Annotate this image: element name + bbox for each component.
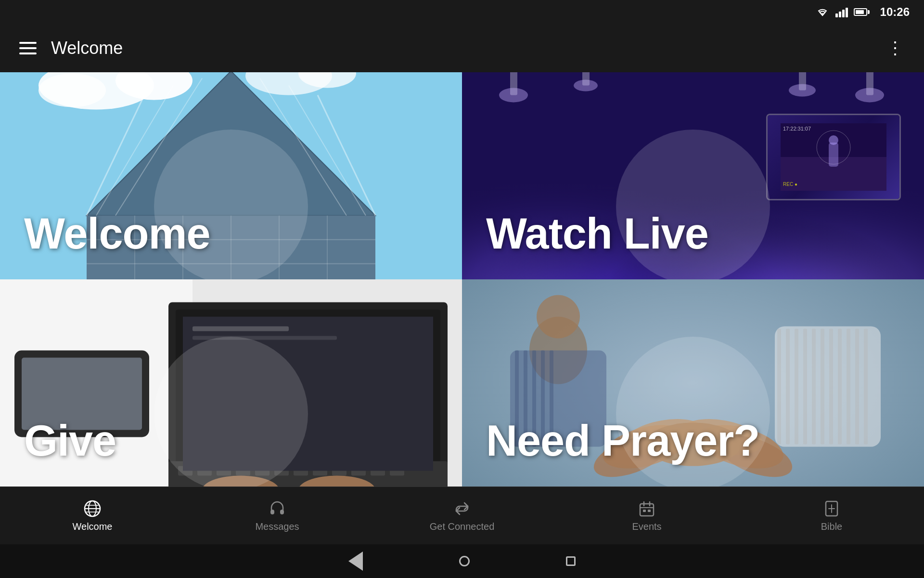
- nav-label-get-connected: Get Connected: [430, 521, 495, 532]
- menu-icon[interactable]: [19, 42, 37, 54]
- nav-item-welcome[interactable]: Welcome: [0, 499, 185, 532]
- camera-screen-overlay: 17:22:31:07 REC ●: [766, 114, 901, 200]
- svg-rect-83: [864, 329, 868, 445]
- bottom-nav: Welcome Messages Get Connected Events: [0, 486, 924, 544]
- watch-live-tile[interactable]: 17:22:31:07 REC ● Watch Live: [462, 72, 924, 279]
- calendar-icon: [637, 499, 656, 518]
- nav-item-messages[interactable]: Messages: [185, 499, 370, 532]
- svg-point-3: [38, 74, 106, 107]
- svg-point-36: [855, 88, 884, 103]
- svg-rect-40: [829, 143, 838, 167]
- svg-point-32: [574, 80, 598, 92]
- svg-rect-108: [643, 510, 646, 512]
- nav-label-events: Events: [632, 521, 661, 532]
- give-label: Give: [24, 419, 116, 462]
- svg-point-71: [537, 295, 580, 339]
- give-circle-overlay: [154, 337, 308, 486]
- watch-live-label: Watch Live: [486, 212, 708, 255]
- wifi-icon: [815, 7, 830, 17]
- nav-label-bible: Bible: [821, 521, 842, 532]
- svg-rect-77: [812, 329, 816, 445]
- battery-icon: [854, 8, 870, 16]
- status-bar: 10:26: [0, 0, 924, 24]
- svg-rect-73: [777, 329, 781, 445]
- bible-icon: [822, 499, 841, 518]
- welcome-tile[interactable]: Welcome: [0, 72, 462, 279]
- app-title: Welcome: [51, 38, 123, 58]
- status-time: 10:26: [880, 5, 910, 19]
- svg-rect-103: [280, 510, 284, 514]
- svg-rect-79: [829, 329, 833, 445]
- svg-point-34: [789, 84, 816, 97]
- need-prayer-label: Need Prayer?: [486, 419, 759, 462]
- svg-rect-75: [795, 329, 798, 445]
- svg-rect-82: [855, 329, 859, 445]
- nav-label-welcome: Welcome: [73, 521, 113, 532]
- svg-rect-78: [821, 329, 824, 445]
- recent-apps-button[interactable]: [566, 556, 576, 566]
- svg-rect-81: [847, 329, 850, 445]
- svg-rect-80: [838, 329, 842, 445]
- nav-item-events[interactable]: Events: [554, 499, 739, 532]
- main-grid: Welcome: [0, 72, 924, 486]
- headphones-icon: [268, 499, 287, 518]
- svg-point-41: [829, 135, 838, 145]
- nav-item-bible[interactable]: Bible: [739, 499, 924, 532]
- svg-rect-104: [640, 504, 654, 516]
- svg-text:17:22:31:07: 17:22:31:07: [783, 126, 811, 131]
- svg-rect-76: [803, 329, 807, 445]
- svg-rect-102: [270, 510, 274, 514]
- home-button[interactable]: [459, 556, 470, 566]
- signal-icon: [835, 7, 848, 17]
- more-options-icon[interactable]: ⋮: [886, 38, 905, 58]
- nav-item-get-connected[interactable]: Get Connected: [370, 499, 554, 532]
- globe-icon: [83, 499, 102, 518]
- back-button[interactable]: [348, 552, 363, 571]
- svg-rect-67: [192, 327, 289, 331]
- svg-point-30: [499, 88, 528, 103]
- welcome-label: Welcome: [24, 212, 210, 255]
- give-tile[interactable]: Give: [0, 279, 462, 486]
- need-prayer-tile[interactable]: Need Prayer?: [462, 279, 924, 486]
- svg-text:REC ●: REC ●: [783, 182, 797, 187]
- system-nav-bar: [0, 544, 924, 578]
- svg-rect-74: [786, 329, 790, 445]
- arrows-icon: [452, 499, 472, 518]
- nav-label-messages: Messages: [255, 521, 299, 532]
- svg-rect-109: [648, 510, 651, 512]
- app-bar: Welcome ⋮: [0, 24, 924, 72]
